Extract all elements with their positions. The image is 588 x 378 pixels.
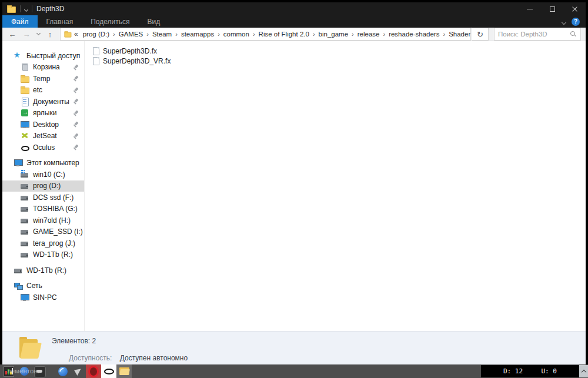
availability-label: Доступность:	[69, 354, 112, 362]
sidebar-item-label: win10 (C:)	[33, 170, 65, 179]
file-item-superdepth3d-vr.fx[interactable]: SuperDepth3D_VR.fx	[93, 56, 193, 66]
pin-icon	[73, 144, 79, 150]
sidebar-item-документы[interactable]: Документы	[2, 96, 84, 108]
drive-icon	[20, 227, 29, 236]
sidebar-item-этот-компьютер[interactable]: Этот компьютер	[2, 158, 84, 169]
navigation-toolbar: ← → ↑ « prog (D:)›GAMES›Steam›steamapps›…	[2, 28, 586, 41]
breadcrumb-item-reshade-shaders[interactable]: reshade-shaders	[386, 31, 442, 38]
pin-icon	[73, 87, 79, 93]
quick-access-toolbar-chevron-icon[interactable]	[25, 5, 28, 13]
minimize-button[interactable]	[519, 2, 541, 15]
sidebar-item-sin-pc[interactable]: SIN-PC	[2, 292, 84, 303]
sidebar-item-label: ярлыки	[33, 109, 56, 117]
search-icon[interactable]	[570, 31, 577, 38]
afterburner-icon[interactable]	[1, 364, 16, 378]
breadcrumb-item-shaders[interactable]: Shaders	[446, 31, 471, 38]
drive-windows-icon	[20, 170, 29, 179]
breadcrumb-item-prog-d[interactable]: prog (D:)	[80, 31, 112, 38]
maximize-button[interactable]	[541, 2, 563, 15]
breadcrumb-item-steam[interactable]: Steam	[149, 31, 175, 38]
sidebar-item-wd-1tb-r[interactable]: WD-1Tb (R:)	[2, 265, 84, 276]
sidebar-item-temp[interactable]: Temp	[2, 73, 84, 85]
drive-icon	[14, 266, 23, 275]
menu-tab-вид[interactable]: Вид	[138, 15, 169, 28]
show-hidden-icons-button[interactable]	[579, 365, 588, 377]
up-button[interactable]: ↑	[44, 30, 56, 39]
folder-icon	[20, 74, 29, 83]
address-bar[interactable]: « prog (D:)›GAMES›Steam›steamapps›common…	[60, 28, 471, 41]
ribbon-tab-bar: ФайлГлавнаяПоделитьсяВид ?	[2, 15, 586, 28]
help-icon[interactable]: ?	[572, 18, 580, 26]
title-bar: Depth3D	[2, 2, 586, 15]
file-name: SuperDepth3D_VR.fx	[103, 57, 171, 65]
breadcrumb-item-steamapps[interactable]: steamapps	[178, 31, 217, 38]
jet-icon[interactable]	[71, 364, 86, 378]
quick-access-star-icon	[14, 51, 23, 61]
gamepad-icon[interactable]	[32, 364, 47, 378]
window-title: Depth3D	[36, 5, 64, 13]
file-list: SuperDepth3D.fxSuperDepth3D_VR.fx	[85, 41, 586, 331]
sidebar-item-game-ssd-i[interactable]: GAME_SSD (I:)	[2, 226, 84, 238]
sidebar-item-label: Быстрый доступ	[26, 52, 80, 60]
sidebar-item-label: win7old (H:)	[33, 216, 71, 225]
pc-icon	[20, 293, 29, 302]
sidebar-item-label: TOSHIBA (G:)	[33, 205, 78, 213]
monitor-icon	[20, 120, 29, 129]
menu-tab-файл[interactable]: Файл	[2, 15, 38, 28]
breadcrumb-item-games[interactable]: GAMES	[116, 31, 146, 38]
drive-icon	[20, 193, 29, 202]
refresh-button[interactable]: ↻	[472, 28, 489, 41]
search-input[interactable]	[498, 31, 570, 38]
sidebar-item-label: WD-1Tb (R:)	[33, 250, 73, 259]
menu-tab-главная[interactable]: Главная	[38, 15, 82, 28]
sidebar-item-etc[interactable]: etc	[2, 85, 84, 96]
sidebar-item-toshiba-g[interactable]: TOSHIBA (G:)	[2, 203, 84, 215]
sidebar-item-label: WD-1Tb (R:)	[26, 266, 66, 275]
sidebar-item-быстрый-доступ[interactable]: Быстрый доступ	[2, 50, 84, 62]
expand-ribbon-chevron-icon[interactable]	[562, 18, 566, 26]
sidebar-item-label: SIN-PC	[33, 293, 57, 302]
sidebar-item-dcs-ssd-f[interactable]: DCS ssd (F:)	[2, 192, 84, 203]
recycle-bin-icon	[20, 62, 29, 72]
pin-icon	[73, 110, 79, 116]
explorer-icon[interactable]	[116, 364, 132, 378]
forward-button[interactable]: →	[20, 30, 33, 39]
folder-icon	[18, 336, 41, 362]
sphere-icon[interactable]	[55, 364, 71, 378]
breadcrumb-item-rise-of-flight-2.0[interactable]: Rise of Flight 2.0	[256, 31, 312, 38]
download-speed: D: 12	[503, 367, 523, 375]
back-button[interactable]: ←	[6, 30, 19, 39]
sidebar-item-корзина[interactable]: Корзина	[2, 62, 84, 73]
taskbar-icons	[0, 364, 132, 378]
sidebar-item-сеть[interactable]: Сеть	[2, 280, 84, 292]
sidebar-item-label: prog (D:)	[33, 182, 61, 190]
sidebar-item-label: etc	[33, 86, 42, 94]
sidebar-item-tera-prog-j[interactable]: tera_prog (J:)	[2, 237, 84, 249]
oculus-icon[interactable]	[101, 364, 116, 378]
items-count: Элементов: 2	[52, 337, 96, 345]
recent-locations-chevron-icon[interactable]	[34, 34, 42, 35]
breadcrumb-overflow[interactable]: «	[72, 30, 80, 38]
sidebar-item-label: Desktop	[33, 121, 59, 129]
opera-icon[interactable]	[86, 364, 101, 378]
network-monitor[interactable]: D: 12 U: 0	[481, 365, 579, 377]
sidebar-item-win10-c[interactable]: win10 (C:)	[2, 169, 84, 180]
sidebar-item-ярлыки[interactable]: ярлыки	[2, 108, 84, 119]
sidebar-item-wd-1tb-r[interactable]: WD-1Tb (R:)	[2, 249, 84, 261]
menu-tab-поделиться[interactable]: Поделиться	[82, 15, 138, 28]
sidebar-item-oculus[interactable]: Oculus	[2, 142, 84, 153]
sidebar-item-label: GAME_SSD (I:)	[33, 228, 83, 236]
breadcrumb-item-bin-game[interactable]: bin_game	[316, 31, 352, 38]
breadcrumb-item-release[interactable]: release	[355, 31, 383, 38]
close-button[interactable]	[563, 2, 586, 15]
file-item-superdepth3d.fx[interactable]: SuperDepth3D.fx	[93, 46, 193, 56]
pin-icon	[73, 75, 79, 82]
breadcrumb-item-common[interactable]: common	[220, 31, 252, 38]
jetseat-icon	[20, 131, 29, 141]
app-blue-icon[interactable]	[16, 364, 32, 378]
sidebar-item-jetseat[interactable]: JetSeat	[2, 131, 84, 142]
sidebar-item-desktop[interactable]: Desktop	[2, 119, 84, 131]
sidebar-item-prog-d[interactable]: prog (D:)	[2, 180, 84, 192]
ribbon-tabs: ФайлГлавнаяПоделитьсяВид	[2, 15, 169, 28]
sidebar-item-win7old-h[interactable]: win7old (H:)	[2, 215, 84, 226]
